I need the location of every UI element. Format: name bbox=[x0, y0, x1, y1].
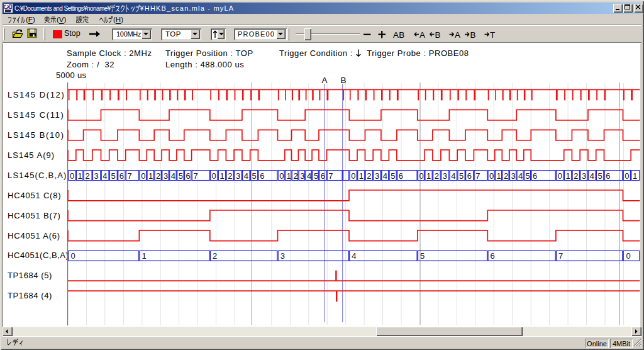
svg-text:1: 1 bbox=[565, 171, 570, 181]
svg-text:2: 2 bbox=[85, 171, 89, 181]
svg-text:7: 7 bbox=[475, 171, 480, 181]
svg-text:4: 4 bbox=[244, 171, 248, 181]
svg-text:0: 0 bbox=[625, 171, 629, 181]
svg-text:2: 2 bbox=[435, 171, 439, 181]
svg-text:2: 2 bbox=[504, 171, 508, 181]
svg-text:5: 5 bbox=[391, 171, 395, 181]
svg-text:6: 6 bbox=[467, 171, 472, 181]
svg-text:3: 3 bbox=[582, 171, 586, 181]
svg-text:1: 1 bbox=[142, 251, 147, 261]
svg-text:2: 2 bbox=[213, 251, 217, 261]
svg-text:4: 4 bbox=[383, 171, 387, 181]
svg-text:0: 0 bbox=[489, 171, 494, 181]
svg-text:1: 1 bbox=[148, 171, 153, 181]
svg-text:3: 3 bbox=[375, 171, 379, 181]
svg-text:A: A bbox=[321, 76, 327, 85]
svg-text:B: B bbox=[340, 76, 346, 85]
svg-text:1: 1 bbox=[287, 171, 291, 181]
svg-text:5: 5 bbox=[526, 171, 530, 181]
svg-text:3: 3 bbox=[300, 171, 304, 181]
svg-text:7: 7 bbox=[558, 251, 563, 261]
svg-text:6: 6 bbox=[186, 171, 191, 181]
svg-text:4: 4 bbox=[451, 171, 455, 181]
svg-text:0: 0 bbox=[351, 171, 355, 181]
svg-text:3: 3 bbox=[236, 171, 240, 181]
svg-text:3: 3 bbox=[280, 251, 285, 261]
svg-text:5: 5 bbox=[420, 251, 425, 261]
svg-text:5: 5 bbox=[252, 171, 256, 181]
svg-text:4: 4 bbox=[103, 171, 107, 181]
svg-text:0: 0 bbox=[70, 171, 74, 181]
svg-text:2: 2 bbox=[367, 171, 371, 181]
svg-text:6: 6 bbox=[399, 171, 403, 181]
svg-text:5: 5 bbox=[179, 171, 183, 181]
svg-text:4: 4 bbox=[171, 171, 175, 181]
svg-text:1: 1 bbox=[426, 171, 431, 181]
svg-text:4: 4 bbox=[590, 171, 594, 181]
svg-text:3: 3 bbox=[511, 171, 516, 181]
svg-text:6: 6 bbox=[533, 171, 537, 181]
svg-text:3: 3 bbox=[94, 171, 99, 181]
svg-text:2: 2 bbox=[293, 171, 297, 181]
svg-text:0: 0 bbox=[70, 251, 75, 261]
svg-text:4: 4 bbox=[352, 251, 356, 261]
svg-text:1: 1 bbox=[359, 171, 364, 181]
svg-text:2: 2 bbox=[228, 171, 232, 181]
svg-text:0: 0 bbox=[419, 171, 424, 181]
svg-text:4: 4 bbox=[518, 171, 523, 181]
svg-text:1: 1 bbox=[78, 171, 82, 181]
svg-text:6: 6 bbox=[490, 251, 494, 261]
svg-text:7: 7 bbox=[328, 171, 333, 181]
svg-text:5: 5 bbox=[111, 171, 115, 181]
svg-text:0: 0 bbox=[141, 171, 145, 181]
svg-text:6: 6 bbox=[260, 171, 264, 181]
svg-text:2: 2 bbox=[156, 171, 160, 181]
svg-text:7: 7 bbox=[193, 171, 197, 181]
svg-text:0: 0 bbox=[279, 171, 284, 181]
svg-text:1: 1 bbox=[633, 171, 637, 181]
svg-text:0: 0 bbox=[626, 251, 630, 261]
svg-text:3: 3 bbox=[164, 171, 168, 181]
svg-text:4: 4 bbox=[307, 171, 311, 181]
svg-text:7: 7 bbox=[127, 171, 131, 181]
svg-text:5: 5 bbox=[597, 171, 602, 181]
svg-text:5: 5 bbox=[314, 171, 318, 181]
svg-text:3: 3 bbox=[443, 171, 447, 181]
svg-text:6: 6 bbox=[321, 171, 325, 181]
svg-text:6: 6 bbox=[606, 171, 610, 181]
svg-text:5: 5 bbox=[459, 171, 464, 181]
svg-text:0: 0 bbox=[212, 171, 216, 181]
svg-text:6: 6 bbox=[119, 171, 124, 181]
svg-text:1: 1 bbox=[497, 171, 501, 181]
svg-text:0: 0 bbox=[558, 171, 562, 181]
svg-text:2: 2 bbox=[574, 171, 578, 181]
svg-text:1: 1 bbox=[219, 171, 224, 181]
